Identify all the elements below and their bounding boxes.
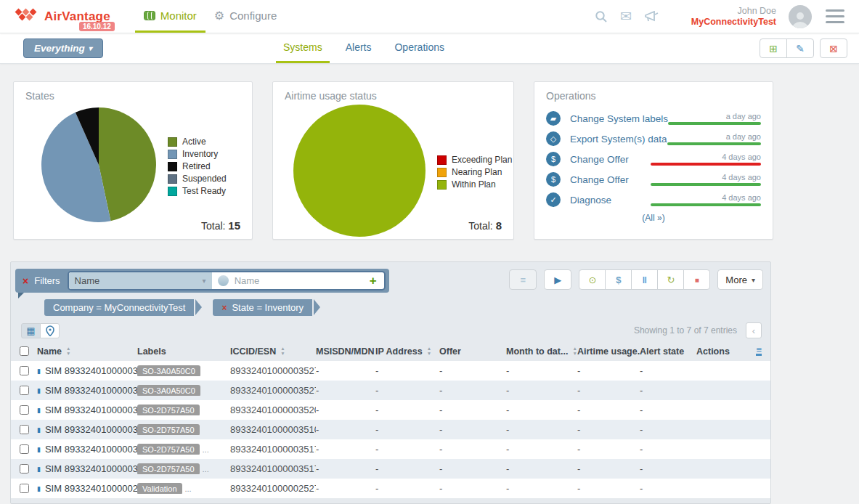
change-offer-button[interactable]: $: [605, 269, 632, 290]
announcements-icon[interactable]: [644, 11, 659, 23]
table-row[interactable]: ▮SIM 89332401000003... SO-3A0A50C0 89332…: [11, 361, 770, 381]
operation-link[interactable]: Change Offer: [570, 154, 629, 165]
list-selection-button[interactable]: ≡: [509, 269, 537, 290]
table-row[interactable]: ▮SIM 89332401000003... SO-2D757A50... 89…: [11, 439, 770, 459]
column-header[interactable]: ICCID/ESN ▲▼: [230, 346, 316, 357]
activate-button[interactable]: ⊙: [579, 269, 606, 290]
system-name[interactable]: ▮SIM 89332401000003...: [37, 365, 137, 376]
airtime-usage-cell: -: [577, 463, 640, 474]
operation-link[interactable]: Change System labels: [570, 113, 668, 124]
add-filter-button[interactable]: +: [362, 274, 384, 288]
previous-page-button[interactable]: ‹: [746, 322, 762, 338]
alert-state-cell: -: [640, 365, 696, 376]
operation-link[interactable]: Diagnose: [570, 195, 611, 206]
register-systems-button[interactable]: ⊞: [760, 38, 787, 58]
user-block[interactable]: John Doe MyConnectivityTest: [691, 6, 776, 28]
terminate-button[interactable]: ■: [683, 269, 710, 290]
sort-icon[interactable]: ▲▼: [572, 346, 577, 355]
sort-icon[interactable]: ▲▼: [427, 346, 431, 355]
table-view-button[interactable]: ▦: [21, 323, 41, 338]
edit-systems-button[interactable]: ✎: [786, 38, 814, 58]
states-total: Total: 15: [201, 219, 240, 232]
sort-icon[interactable]: ▲▼: [66, 346, 70, 355]
system-name[interactable]: ▮SIM 89332401000003...: [37, 463, 137, 474]
column-header[interactable]: Actions: [696, 346, 741, 357]
user-name: John Doe: [691, 6, 776, 17]
messages-icon[interactable]: ✉: [620, 8, 632, 25]
table-row[interactable]: ▮SIM 89332401000003... SO-2D757A50 89332…: [11, 400, 770, 420]
filter-field-select[interactable]: Name ▾: [69, 272, 212, 289]
tab-operations[interactable]: Operations: [387, 33, 451, 63]
map-pin-icon: [46, 325, 54, 336]
operation-time: a day ago: [668, 112, 761, 121]
sim-icon: ▮: [37, 446, 41, 453]
remove-chip-icon[interactable]: ×: [221, 303, 227, 313]
search-icon[interactable]: [595, 10, 608, 23]
label-chip: SO-3A0A50C0: [137, 365, 200, 376]
more-labels-ellipsis: ...: [203, 445, 209, 454]
scope-selector-button[interactable]: Everything ▾: [23, 38, 103, 58]
avatar[interactable]: [789, 5, 812, 28]
system-name[interactable]: ▮SIM 89332401000003...: [37, 444, 137, 455]
system-name[interactable]: ▮SIM 89332401000003...: [37, 385, 137, 396]
tab-alerts[interactable]: Alerts: [338, 33, 379, 63]
system-name[interactable]: ▮SIM 89332401000003...: [37, 405, 137, 415]
clear-filters-icon[interactable]: ×: [23, 275, 28, 287]
table-row[interactable]: ▮SIM 89332401000003... SO-2D757A50 89332…: [11, 420, 770, 439]
operation-row: ▰ Change System labels a day ago: [546, 111, 761, 126]
operation-status-bar: [651, 203, 761, 206]
brand[interactable]: AirVantage 16.10.12: [13, 0, 110, 33]
row-checkbox[interactable]: [20, 464, 29, 473]
operation-link[interactable]: Change Offer: [570, 174, 629, 185]
edit-labels-button[interactable]: ▶: [544, 269, 571, 290]
legend-swatch-icon: [168, 150, 177, 159]
column-header[interactable]: Name ▲▼: [37, 346, 137, 357]
system-name[interactable]: ▮SIM 89332401000002...: [37, 483, 137, 494]
column-header[interactable]: IP Address ▲▼: [375, 346, 439, 357]
table-row[interactable]: ▮SIM 89332401000003... SO-2D757A50... 89…: [11, 459, 770, 479]
delete-systems-button[interactable]: ⊠: [820, 38, 847, 58]
row-checkbox[interactable]: [20, 484, 29, 493]
filter-operator-icon[interactable]: [218, 275, 229, 286]
column-header[interactable]: Alert state: [640, 346, 696, 357]
filter-chip[interactable]: × State = Inventory: [213, 299, 312, 316]
column-header[interactable]: Month to dat... ▲▼: [506, 346, 577, 357]
offer-icon: $: [546, 152, 561, 166]
row-checkbox[interactable]: [20, 405, 29, 415]
operation-time: 4 days ago: [651, 153, 761, 161]
filter-chip[interactable]: Company = MyConnectivityTest: [44, 299, 194, 316]
legend-swatch-icon: [437, 155, 447, 165]
column-header[interactable]: Offer: [439, 346, 506, 357]
row-checkbox[interactable]: [20, 366, 29, 375]
restart-button[interactable]: ↻: [657, 269, 684, 290]
all-operations-link[interactable]: (All »): [534, 213, 773, 223]
operation-time: a day ago: [667, 132, 761, 141]
more-button[interactable]: More▾: [717, 269, 763, 290]
iccid-cell: 89332401000003527...: [230, 365, 316, 376]
map-view-button[interactable]: [40, 323, 60, 338]
table-row[interactable]: ▮SIM 89332401000003... SO-3A0A50C0 89332…: [11, 381, 770, 400]
nav-item-configure[interactable]: ⚙ Configure: [205, 0, 285, 33]
sort-icon[interactable]: ▲▼: [280, 346, 285, 355]
column-header[interactable]: MSISDN/MDN: [316, 346, 375, 357]
tab-systems[interactable]: Systems: [276, 33, 330, 63]
operation-link[interactable]: Export System(s) data: [570, 134, 667, 145]
table-header: Name ▲▼ Labels ICCID/ESN ▲▼ MSISDN/MDN I…: [11, 341, 770, 361]
month-to-date-cell: -: [506, 444, 577, 455]
nav-item-monitor[interactable]: Monitor: [135, 0, 205, 33]
row-checkbox[interactable]: [20, 425, 29, 434]
table-view-icon: ▦: [26, 325, 35, 336]
row-checkbox[interactable]: [20, 444, 29, 454]
iccid-cell: 89332401000003517...: [230, 463, 316, 474]
column-header[interactable]: Labels: [137, 346, 230, 357]
filter-value-input[interactable]: [235, 275, 362, 286]
menu-icon[interactable]: [824, 7, 846, 26]
row-checkbox[interactable]: [20, 386, 29, 395]
msisdn-cell: -: [316, 444, 375, 455]
table-row[interactable]: ▮SIM 89332401000002... Validation... 893…: [11, 479, 770, 498]
system-name[interactable]: ▮SIM 89332401000003...: [37, 424, 137, 435]
column-header[interactable]: Airtime usage... ▲▼: [577, 346, 640, 357]
select-all-checkbox[interactable]: [20, 346, 29, 356]
column-settings-icon[interactable]: ≡: [756, 346, 762, 356]
suspend-button[interactable]: ‖: [631, 269, 658, 290]
